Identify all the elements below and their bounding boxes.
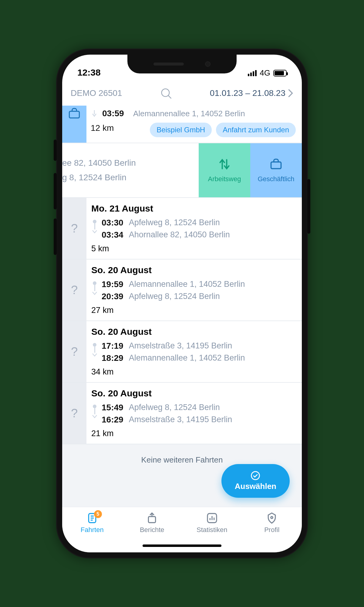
trip-start-address: Apfelweg 8, 12524 Berlin (129, 218, 220, 228)
swipe-action-commute[interactable]: Arbeitsweg (199, 143, 250, 197)
swiped-trip-content: ee 82, 14050 Berlin g 8, 12524 Berlin (62, 143, 199, 197)
app-header: DEMO 26501 01.01.23 – 21.08.23 (62, 82, 302, 106)
network-label: 4G (260, 68, 270, 78)
trip-start-address: Apfelweg 8, 12524 Berlin (129, 403, 220, 412)
check-circle-icon (251, 471, 260, 480)
route-connector-icon (91, 217, 98, 234)
trip-end-address: Amselstraße 3, 14195 Berlin (129, 415, 232, 425)
tab-stats[interactable]: Statistiken (191, 512, 233, 534)
tag-chip-purpose[interactable]: Anfahrt zum Kunden (216, 123, 296, 137)
trip-distance: 21 km (91, 426, 296, 438)
trip-end-address: Alemannenallee 1, 14052 Berlin (133, 109, 245, 118)
tab-reports-label: Berichte (140, 526, 164, 534)
search-icon (160, 87, 172, 99)
trip-card[interactable]: ?So. 20 August19:59Alemannenallee 1, 140… (62, 259, 302, 321)
tag-chip-company[interactable]: Beispiel GmbH (150, 123, 212, 137)
route-arrow-icon (91, 110, 98, 117)
trip-start-time: 19:59 (102, 280, 123, 289)
category-unknown-icon: ? (62, 321, 86, 382)
trip-end-time: 16:29 (102, 415, 123, 425)
trip-start-time: 17:19 (102, 341, 123, 351)
tab-profile-label: Profil (264, 526, 279, 534)
svg-point-0 (162, 89, 169, 97)
category-unknown-icon: ? (62, 383, 86, 444)
tab-trips-label: Fahrten (81, 526, 104, 534)
trip-end-time: 03:59 (102, 109, 129, 118)
trip-start-time: 03:30 (102, 218, 123, 228)
tab-profile[interactable]: Profil (251, 512, 293, 534)
svg-line-1 (168, 96, 171, 99)
trip-list: 03:59 Alemannenallee 1, 14052 Berlin 12 … (62, 106, 302, 507)
trip-card[interactable]: ?Mo. 21 August03:30Apfelweg 8, 12524 Ber… (62, 198, 302, 259)
trip-date-title: So. 20 August (91, 388, 296, 402)
trip-end-time: 18:29 (102, 353, 123, 363)
swipe-commute-label: Arbeitsweg (208, 175, 241, 183)
svg-point-7 (251, 472, 260, 480)
trip-date-title: So. 20 August (91, 265, 296, 278)
category-unknown-icon: ? (62, 198, 86, 259)
trip-end-address: Apfelweg 8, 12524 Berlin (129, 292, 220, 301)
date-range-button[interactable]: 01.01.23 – 21.08.23 (210, 88, 293, 98)
commute-icon (218, 158, 231, 171)
swipe-action-business[interactable]: Geschäftlich (250, 143, 302, 197)
svg-point-17 (271, 517, 273, 519)
select-fab[interactable]: Auswählen (221, 464, 290, 498)
svg-rect-6 (271, 162, 281, 169)
trip-date-title: Mo. 21 August (91, 203, 296, 217)
swipe-business-label: Geschäftlich (258, 175, 294, 183)
category-unknown-icon: ? (62, 259, 86, 320)
route-connector-icon (91, 402, 98, 419)
route-connector-icon (91, 278, 98, 295)
trip-date-title: So. 20 August (91, 327, 296, 340)
svg-rect-2 (69, 111, 79, 118)
trip-card-swiped[interactable]: ee 82, 14050 Berlin g 8, 12524 Berlin Ar… (62, 143, 302, 198)
trip-distance: 27 km (91, 303, 296, 315)
chevron-right-icon (288, 89, 293, 97)
stats-icon (206, 512, 218, 524)
trip-start-address: Alemannenallee 1, 14052 Berlin (129, 280, 245, 289)
trip-distance: 5 km (91, 241, 296, 253)
profile-icon (266, 512, 278, 524)
trip-start-time: 15:49 (102, 403, 123, 412)
trip-card[interactable]: ?So. 20 August17:19Amselstraße 3, 14195 … (62, 321, 302, 383)
trip-end-address: Ahornallee 82, 14050 Berlin (129, 230, 230, 240)
search-button[interactable] (159, 86, 173, 100)
demo-label[interactable]: DEMO 26501 (71, 88, 122, 98)
home-indicator[interactable] (143, 544, 221, 547)
svg-rect-12 (149, 517, 156, 523)
swiped-line-2: g 8, 12524 Berlin (62, 170, 196, 185)
trip-card[interactable]: ?So. 20 August15:49Apfelweg 8, 12524 Ber… (62, 383, 302, 444)
category-business-icon (62, 106, 86, 143)
tab-trips[interactable]: 5 Fahrten (71, 512, 113, 534)
route-connector-icon (91, 340, 98, 357)
tab-trips-badge: 5 (94, 510, 102, 518)
briefcase-icon (269, 158, 283, 171)
tab-stats-label: Statistiken (197, 526, 228, 534)
trip-end-time: 03:34 (102, 230, 123, 240)
trip-card-partial[interactable]: 03:59 Alemannenallee 1, 14052 Berlin 12 … (62, 106, 302, 143)
battery-icon (273, 70, 287, 76)
tab-reports[interactable]: Berichte (131, 512, 173, 534)
swiped-line-1: ee 82, 14050 Berlin (62, 156, 196, 170)
date-range-label: 01.01.23 – 21.08.23 (210, 88, 285, 98)
signal-icon (248, 70, 257, 76)
trip-distance: 34 km (91, 364, 296, 377)
trip-end-time: 20:39 (102, 292, 123, 301)
trip-start-address: Amselstraße 3, 14195 Berlin (129, 341, 232, 351)
status-time: 12:38 (77, 67, 101, 78)
trip-end-address: Alemannenallee 1, 14052 Berlin (129, 353, 245, 363)
fab-label: Auswählen (235, 482, 276, 491)
reports-icon (146, 512, 158, 524)
